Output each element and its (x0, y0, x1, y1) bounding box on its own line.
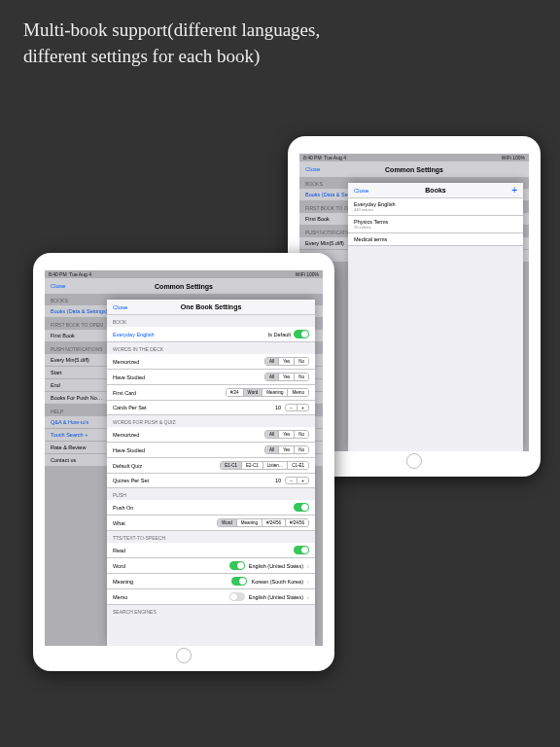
first-card-row: First Card #/24WordMeaningMemo (107, 385, 315, 401)
have-studied-seg[interactable]: AllYesNo (264, 373, 309, 381)
memorized-row: Memorized AllYesNo (107, 354, 315, 370)
push-what-row: What WordMeaning#/24/56#/24/56 (107, 516, 315, 531)
tts-word-toggle[interactable] (229, 561, 245, 570)
is-default-toggle[interactable] (294, 330, 309, 338)
nav-title: Common Settings (385, 166, 443, 173)
section-push-quiz: WORDS FOR PUSH & QUIZ (107, 415, 315, 427)
nav-common-settings: Close Common Settings (299, 161, 529, 177)
quizzes-per-set-stepper[interactable]: −+ (285, 477, 309, 484)
close-button[interactable]: Close (354, 188, 368, 194)
section-search-engines: SEARCH ENGINES (107, 605, 315, 617)
memorized2-row: Memorized AllYesNo (107, 427, 315, 443)
have-studied2-seg[interactable]: AllYesNo (264, 445, 309, 454)
tts-meaning-toggle[interactable] (231, 577, 247, 586)
promo-caption: Multi-book support(different languages, … (0, 0, 560, 69)
have-studied2-row: Have Studied AllYesNo (107, 443, 315, 458)
have-studied-row: Have Studied AllYesNo (107, 370, 315, 385)
close-button[interactable]: Close (113, 304, 127, 310)
section-tts: TTS/TEXT-TO-SPEECH (107, 531, 315, 543)
nav-title: Common Settings (155, 283, 213, 290)
cards-per-set-value: 10 (275, 405, 281, 410)
book-row[interactable]: Everyday English 440 entries (348, 198, 523, 216)
book-name-row[interactable]: Everyday English Is Default (107, 327, 315, 342)
nav-common-settings: Close Common Settings (45, 278, 323, 294)
status-bar: 8:40 PM Tue Aug 4 WiFi 100% (299, 154, 529, 161)
nav-title: One Book Settings (181, 303, 242, 310)
first-card-seg[interactable]: #/24WordMeaningMemo (226, 388, 309, 397)
section-push: PUSH (107, 488, 315, 500)
book-row[interactable]: Physics Terms 20 entries (348, 216, 523, 233)
push-on-toggle[interactable] (294, 503, 309, 512)
cards-per-set-stepper[interactable]: −+ (285, 404, 309, 411)
tts-read-toggle[interactable] (294, 546, 309, 554)
tablet-left: 8:40 PM Tue Aug 4 WiFi 100% Close Common… (33, 253, 334, 671)
tts-meaning-row[interactable]: Meaning Korean (South Korea)› (107, 574, 315, 589)
is-default-label: Is Default (268, 332, 291, 338)
quizzes-per-set-value: 10 (275, 478, 281, 483)
memorized2-seg[interactable]: AllYesNo (264, 430, 309, 439)
quizzes-per-set-row: Quizes Per Set 10 −+ (107, 474, 315, 488)
add-book-button[interactable]: + (511, 185, 517, 196)
push-on-row: Push On (107, 500, 315, 516)
book-row[interactable]: Medical terms (348, 233, 523, 246)
tts-memo-row[interactable]: Memo English (United States)› (107, 589, 315, 605)
nav-title: Books (425, 187, 445, 194)
status-bar: 8:40 PM Tue Aug 4 WiFi 100% (45, 270, 323, 278)
default-quiz-seg[interactable]: E1-C1E2-C1Listen…C1-E1 (220, 461, 309, 470)
books-sheet: Close Books + Everyday English 440 entri… (348, 183, 523, 451)
section-deck: WORDS IN THE DECK (107, 342, 315, 354)
close-button[interactable]: Close (51, 283, 65, 289)
memorized-seg[interactable]: AllYesNo (264, 357, 309, 366)
tts-memo-toggle[interactable] (229, 592, 245, 601)
one-book-settings-sheet: Close One Book Settings BOOK Everyday En… (107, 300, 315, 646)
default-quiz-row: Default Quiz E1-C1E2-C1Listen…C1-E1 (107, 458, 315, 474)
push-what-seg[interactable]: WordMeaning#/24/56#/24/56 (217, 518, 309, 527)
tts-word-row[interactable]: Word English (United States)› (107, 558, 315, 574)
cards-per-set-row: Cards Per Set 10 −+ (107, 401, 315, 415)
section-book: BOOK (107, 315, 315, 327)
tts-read-row: Read (107, 543, 315, 558)
close-button[interactable]: Close (305, 166, 320, 172)
